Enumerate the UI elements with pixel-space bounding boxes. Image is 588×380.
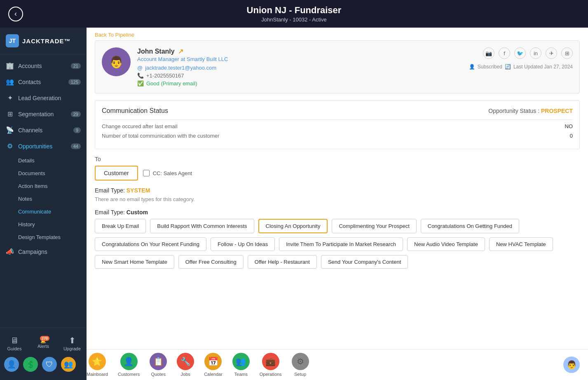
taskbar-item-quotes[interactable]: 📋 Quotes: [150, 353, 167, 377]
sidebar-item-accounts[interactable]: 🏢 Accounts 21: [0, 58, 87, 74]
upgrade-icon: ⬆: [69, 335, 76, 345]
sidebar-subitem-action-items[interactable]: Action Items: [0, 180, 87, 192]
contact-name: John Stanly ↗: [137, 47, 462, 55]
comm-status-header: Communication Status Opportunity Status …: [102, 107, 573, 115]
taskbar-item-calendar[interactable]: 📅 Calendar: [204, 353, 223, 377]
email-btn-congrats-recent-funding[interactable]: Congratulations On Your Recent Funding: [95, 237, 206, 251]
to-label: To: [95, 156, 580, 162]
email-btn-follow-up-ideas[interactable]: Follow - Up On Ideas: [211, 237, 275, 251]
email-type-custom-value: Custom: [127, 209, 148, 216]
email-btn-new-hvac[interactable]: New HVAC Template: [489, 237, 553, 251]
instagram-icon[interactable]: 📷: [483, 47, 494, 59]
taskbar-item-setup[interactable]: ⚙ Setup: [292, 353, 309, 377]
email-btn-offer-free-consulting[interactable]: Offer Free Consulting: [178, 255, 244, 269]
email-btn-complimenting-prospect[interactable]: Complimenting Your Prospect: [332, 219, 416, 233]
customer-button[interactable]: Customer: [95, 166, 138, 181]
share-icon[interactable]: ↗: [178, 47, 183, 55]
email-type-system-header: Email Type: SYSTEM: [95, 187, 580, 194]
comm-val-1: NO: [565, 123, 573, 129]
contact-avatar: 👨: [102, 47, 131, 76]
sidebar-subitem-history[interactable]: History: [0, 218, 87, 231]
no-types-message: There are no email types for this catego…: [95, 196, 580, 202]
campaigns-icon: 📣: [6, 248, 14, 256]
bottom-taskbar: ⭐ Mainboard👤 Customers📋 Quotes🔧 Jobs📅 Ca…: [87, 349, 588, 380]
people-icon[interactable]: 👥: [61, 357, 76, 372]
contact-email[interactable]: @ jacktrade.tester1@yahoo.com: [137, 65, 462, 71]
sidebar-logo: JT JACKTRADE™: [0, 28, 87, 54]
bottom-icons-row: 👤💲🛡👥: [0, 354, 87, 375]
communication-status-section: Communication Status Opportunity Status …: [95, 100, 580, 149]
bottom-item-alerts[interactable]: 🔔270Alerts: [29, 333, 58, 354]
email-btn-new-audio-video[interactable]: New Audio Video Template: [407, 237, 485, 251]
bottom-item-guides[interactable]: 🖥Guides: [0, 333, 29, 354]
sidebar-subitem-design-templates[interactable]: Design Templates: [0, 231, 87, 244]
email-type-custom-header: Email Type: Custom: [95, 209, 580, 216]
taskbar-item-mainboard[interactable]: ⭐ Mainboard: [87, 353, 108, 377]
email-btn-break-up-email[interactable]: Break Up Email: [95, 219, 146, 233]
contacts-icon: 👥: [6, 78, 14, 86]
user-avatar[interactable]: 👨: [563, 357, 580, 373]
sidebar-bottom-row: 🖥Guides🔔270Alerts⬆Upgrade: [0, 333, 87, 354]
sidebar-item-lead-generation[interactable]: ✦ Lead Generation: [0, 90, 87, 106]
opportunity-status: Opportunity Status : PROSPECT: [488, 108, 573, 114]
taskbar-item-operations[interactable]: 💼 Operations: [260, 353, 282, 377]
email-btn-congrats-funded[interactable]: Congratulations On Getting Funded: [421, 219, 519, 233]
top-header: ‹ Union NJ - Fundraiser JohnStanly - 100…: [0, 0, 588, 28]
linkedin-icon[interactable]: in: [530, 47, 541, 59]
twitter-icon[interactable]: 🐦: [514, 47, 526, 59]
taskbar-item-jobs[interactable]: 🔧 Jobs: [177, 353, 194, 377]
email-btn-closing-opportunity[interactable]: Closing An Opportunity: [258, 219, 328, 233]
guides-icon: 🖥: [10, 336, 19, 345]
sidebar-subitem-communicate[interactable]: Communicate: [0, 205, 87, 218]
sidebar-item-opportunities[interactable]: ⚙ Opportunities 44: [0, 138, 87, 154]
sidebar-item-segmentation[interactable]: ⊞ Segmentation 29: [0, 106, 87, 122]
sidebar-item-campaigns[interactable]: 📣 Campaigns: [0, 244, 87, 260]
grid-icon[interactable]: ⊞: [561, 47, 573, 59]
opp-status-value: PROSPECT: [541, 108, 573, 114]
telegram-icon[interactable]: ✈: [546, 47, 557, 59]
bottom-item-upgrade[interactable]: ⬆Upgrade: [58, 333, 87, 354]
opportunities-icon: ⚙: [6, 142, 14, 150]
email-btn-build-rapport[interactable]: Build Rapport With Common Interests: [150, 219, 254, 233]
taskbar-right: 👨: [563, 357, 580, 373]
taskbar-item-teams[interactable]: 👥 Teams: [232, 353, 250, 377]
user-icon[interactable]: 👤: [4, 357, 19, 372]
back-to-pipeline-link[interactable]: Back To Pipeline: [87, 28, 588, 40]
contact-social: 📷 f 🐦 in ✈ ⊞: [483, 47, 573, 59]
sidebar-subitem-details[interactable]: Details: [0, 154, 87, 167]
email-btn-invite-market-research[interactable]: Invite Them To Participate In Market Res…: [279, 237, 403, 251]
email-btn-new-smart-home[interactable]: New Smart Home Template: [95, 255, 174, 269]
contact-card: 👨 John Stanly ↗ Account Manager at Smart…: [95, 40, 580, 94]
comm-status-title: Communication Status: [102, 107, 168, 115]
sidebar-bottom: 🖥Guides🔔270Alerts⬆Upgrade 👤💲🛡👥: [0, 328, 87, 380]
sidebar-item-contacts[interactable]: 👥 Contacts 125: [0, 74, 87, 90]
email-type-system-section: Email Type: SYSTEM There are no email ty…: [95, 187, 580, 202]
taskbar-item-customers[interactable]: 👤 Customers: [118, 353, 140, 377]
mainboard-icon: ⭐: [89, 353, 106, 370]
email-btn-offer-help-restaurant[interactable]: Offer Help - Restaurant: [248, 255, 317, 269]
lead-generation-icon: ✦: [6, 94, 14, 102]
email-status: ✅ Good (Primary email): [137, 80, 462, 87]
to-buttons: Customer CC: Sales Agent: [95, 166, 580, 181]
comm-label-2: Number of total communication with the c…: [102, 133, 570, 139]
facebook-icon[interactable]: f: [499, 47, 510, 59]
sidebar-subitem-documents[interactable]: Documents: [0, 167, 87, 180]
comm-row-2: Number of total communication with the c…: [102, 133, 573, 139]
calendar-icon: 📅: [204, 353, 222, 370]
back-button[interactable]: ‹: [8, 7, 23, 21]
email-btn-send-company-content[interactable]: Send Your Company's Content: [321, 255, 408, 269]
content-scroll: Communication Status Opportunity Status …: [87, 94, 588, 349]
page-subtitle: JohnStanly - 10032 - Active: [0, 16, 588, 23]
quotes-icon: 📋: [150, 353, 167, 370]
sidebar-subitem-notes[interactable]: Notes: [0, 192, 87, 205]
customers-icon: 👤: [120, 353, 138, 370]
cc-checkbox[interactable]: [143, 170, 150, 176]
dollar-icon[interactable]: 💲: [23, 357, 38, 372]
shield-icon[interactable]: 🛡: [42, 357, 57, 372]
channels-icon: 📡: [6, 126, 14, 134]
email-template-buttons: Break Up EmailBuild Rapport With Common …: [95, 219, 580, 269]
content-area: Back To Pipeline 👨 John Stanly ↗ Account…: [87, 28, 588, 380]
to-section: To Customer CC: Sales Agent: [95, 156, 580, 181]
email-type-custom-section: Email Type: Custom Break Up EmailBuild R…: [95, 209, 580, 269]
sidebar-item-channels[interactable]: 📡 Channels 9: [0, 122, 87, 138]
